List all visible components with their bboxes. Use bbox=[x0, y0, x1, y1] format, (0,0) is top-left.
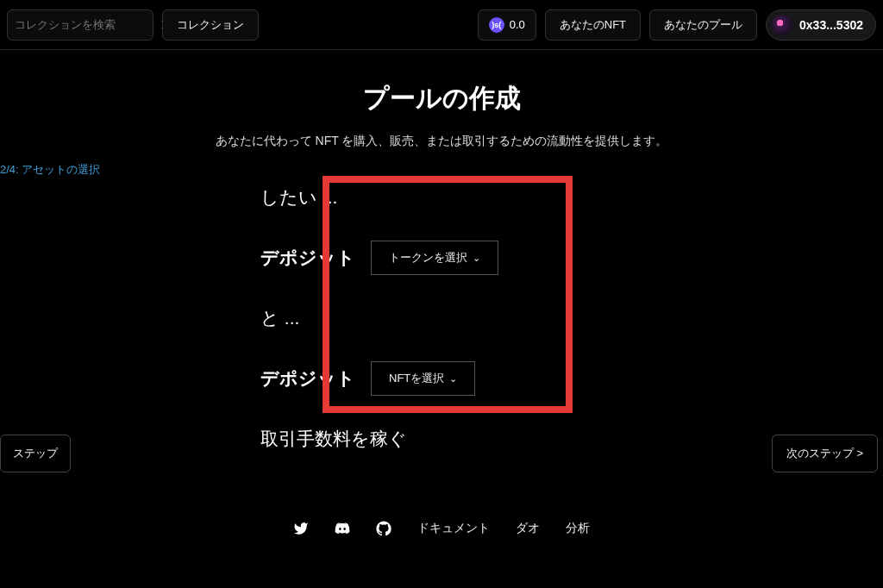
form-line-earn: 取引手数料を稼ぐ bbox=[260, 427, 498, 451]
chevron-down-icon: ⌄ bbox=[449, 373, 457, 385]
wallet-avatar-icon bbox=[772, 15, 792, 35]
deposit-label-2: デポジット bbox=[260, 366, 355, 391]
page-title: プールの作成 bbox=[0, 81, 883, 116]
footer-analytics-link[interactable]: 分析 bbox=[566, 521, 590, 536]
discord-icon[interactable] bbox=[335, 521, 350, 536]
nav-collection-button[interactable]: コレクション bbox=[162, 9, 259, 41]
wallet-address: 0x33...5302 bbox=[799, 18, 863, 32]
topbar: ✕ コレクション )s( 0.0 あなたのNFT あなたのプール 0x33...… bbox=[0, 0, 883, 50]
wallet-button[interactable]: 0x33...5302 bbox=[766, 9, 876, 41]
nav-your-pool-button[interactable]: あなたのプール bbox=[649, 9, 757, 41]
form-line-want: したい ... bbox=[260, 185, 498, 210]
form-line-deposit-nft: デポジット NFTを選択 ⌄ bbox=[260, 361, 498, 396]
collection-search[interactable]: ✕ bbox=[7, 9, 153, 41]
footer: ドキュメント ダオ 分析 bbox=[0, 521, 883, 536]
asset-select-form: したい ... デポジット トークンを選択 ⌄ と ... デポジット NFTを… bbox=[260, 185, 498, 451]
prev-step-button[interactable]: ステップ bbox=[0, 435, 71, 472]
github-icon[interactable] bbox=[376, 521, 391, 536]
balance-pill[interactable]: )s( 0.0 bbox=[478, 9, 536, 41]
main: プールの作成 あなたに代わって NFT を購入、販売、または取引するための流動性… bbox=[0, 50, 883, 149]
nav-your-nft-button[interactable]: あなたのNFT bbox=[545, 9, 641, 41]
form-line-and: と ... bbox=[260, 306, 498, 330]
select-nft-button[interactable]: NFTを選択 ⌄ bbox=[371, 361, 475, 396]
chevron-down-icon: ⌄ bbox=[473, 253, 480, 264]
footer-dao-link[interactable]: ダオ bbox=[516, 521, 540, 536]
balance-value: 0.0 bbox=[510, 18, 525, 31]
next-step-button[interactable]: 次のステップ > bbox=[772, 435, 878, 472]
twitter-icon[interactable] bbox=[293, 521, 309, 536]
step-indicator: 2/4: アセットの選択 bbox=[0, 162, 100, 178]
search-input[interactable] bbox=[15, 18, 160, 31]
deposit-label-1: デポジット bbox=[260, 246, 355, 270]
page-subtitle: あなたに代わって NFT を購入、販売、または取引するための流動性を提供します。 bbox=[0, 134, 883, 149]
footer-docs-link[interactable]: ドキュメント bbox=[417, 521, 490, 536]
select-token-button[interactable]: トークンを選択 ⌄ bbox=[371, 241, 498, 275]
form-line-deposit-token: デポジット トークンを選択 ⌄ bbox=[260, 241, 498, 275]
sudo-token-icon: )s( bbox=[489, 17, 504, 33]
